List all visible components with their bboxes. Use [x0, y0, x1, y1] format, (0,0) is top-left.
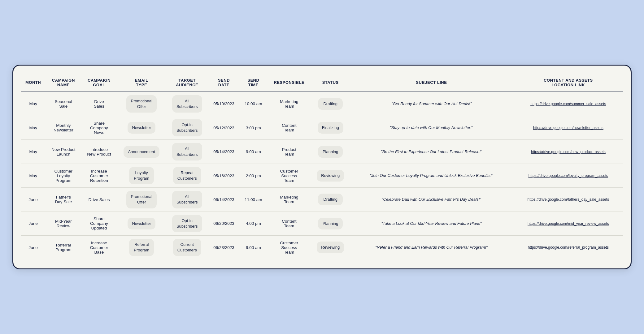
table-row: JuneMid-Year ReviewShare Company Updated…: [21, 212, 623, 236]
content-link-anchor[interactable]: https://drive.google.com/new_product_ass…: [531, 150, 606, 154]
cell-subject-line: "Refer a Friend and Earn Rewards with Ou…: [350, 236, 513, 259]
col-content-link: CONTENT AND ASSETSLOCATION LINK: [513, 75, 623, 92]
cell-send-time: 11:00 am: [240, 188, 267, 212]
table-row: MayNew Product LaunchIntroduce New Produ…: [21, 140, 623, 164]
cell-content-link: https://drive.google.com/loyalty_program…: [513, 164, 623, 188]
cell-email-type: Newsletter: [117, 212, 166, 236]
pill-target-audience: Repeat Customers: [173, 167, 201, 184]
pill-email-type: Newsletter: [128, 122, 155, 134]
cell-target-audience: Current Customers: [166, 236, 208, 259]
cell-month: June: [21, 212, 46, 236]
cell-send-time: 2:00 pm: [240, 164, 267, 188]
cell-campaign-goal: Drive Sales: [81, 92, 117, 116]
cell-content-link: https://drive.google.com/newsletter_asse…: [513, 116, 623, 140]
cell-send-time: 4:00 pm: [240, 212, 267, 236]
cell-responsible: Marketing Team: [267, 188, 311, 212]
content-link-anchor[interactable]: https://drive.google.com/fathers_day_sal…: [528, 197, 609, 202]
cell-send-time: 9:00 am: [240, 140, 267, 164]
cell-campaign-name: Customer Loyalty Program: [46, 164, 81, 188]
content-link-anchor[interactable]: https://drive.google.com/referral_progra…: [528, 245, 609, 250]
cell-month: June: [21, 236, 46, 259]
pill-target-audience: Opt-in Subscribers: [172, 119, 202, 136]
cell-campaign-goal: Increase Customer Base: [81, 236, 117, 259]
cell-send-date: 05/14/2023: [208, 140, 240, 164]
col-send-date: SENDDATE: [208, 75, 240, 92]
pill-target-audience: Current Customers: [173, 239, 201, 256]
cell-email-type: Promotional Offer: [117, 92, 166, 116]
cell-subject-line: "Celebrate Dad with Our Exclusive Father…: [350, 188, 513, 212]
pill-target-audience: All Subscribers: [172, 191, 202, 208]
cell-send-time: 3:00 pm: [240, 116, 267, 140]
cell-email-type: Loyalty Program: [117, 164, 166, 188]
cell-campaign-goal: Share Company Updated: [81, 212, 117, 236]
cell-status: Reviewing: [311, 236, 350, 259]
pill-status: Planning: [318, 218, 343, 229]
cell-content-link: https://drive.google.com/summer_sale_ass…: [513, 92, 623, 116]
pill-target-audience: Opt-in Subscribers: [172, 215, 202, 232]
cell-target-audience: All Subscribers: [166, 92, 208, 116]
pill-email-type: Announcement: [124, 146, 159, 158]
pill-status: Finalizing: [318, 122, 343, 134]
content-link-anchor[interactable]: https://drive.google.com/mid_year_review…: [528, 221, 609, 226]
pill-status: Drafting: [318, 98, 343, 110]
col-send-time: SENDTIME: [240, 75, 267, 92]
col-responsible: RESPONSIBLE: [267, 75, 311, 92]
pill-status: Reviewing: [317, 242, 344, 253]
cell-month: May: [21, 140, 46, 164]
cell-subject-line: "Get Ready for Summer with Our Hot Deals…: [350, 92, 513, 116]
cell-subject-line: "Take a Look at Our Mid-Year Review and …: [350, 212, 513, 236]
pill-target-audience: All Subscribers: [172, 95, 202, 113]
cell-send-time: 10:00 am: [240, 92, 267, 116]
cell-content-link: https://drive.google.com/referral_progra…: [513, 236, 623, 259]
cell-target-audience: All Subscribers: [166, 188, 208, 212]
cell-month: May: [21, 164, 46, 188]
cell-campaign-name: Father's Day Sale: [46, 188, 81, 212]
cell-content-link: https://drive.google.com/mid_year_review…: [513, 212, 623, 236]
cell-send-date: 05/16/2023: [208, 164, 240, 188]
cell-email-type: Newsletter: [117, 116, 166, 140]
cell-campaign-goal: Drive Sales: [81, 188, 117, 212]
cell-status: Planning: [311, 140, 350, 164]
cell-status: Planning: [311, 212, 350, 236]
cell-campaign-name: Seasonal Sale: [46, 92, 81, 116]
cell-target-audience: Opt-in Subscribers: [166, 212, 208, 236]
pill-target-audience: All Subscribers: [172, 143, 202, 160]
cell-target-audience: All Subscribers: [166, 140, 208, 164]
pill-status: Reviewing: [317, 170, 344, 182]
cell-content-link: https://drive.google.com/fathers_day_sal…: [513, 188, 623, 212]
pill-email-type: Referral Program: [129, 239, 154, 256]
cell-campaign-goal: Share Company News: [81, 116, 117, 140]
cell-campaign-name: Referral Program: [46, 236, 81, 259]
header-row: MONTH CAMPAIGNNAME CAMPAIGNGOAL EMAILTYP…: [21, 75, 623, 92]
cell-email-type: Promotional Offer: [117, 188, 166, 212]
cell-subject-line: "Be the First to Experience Our Latest P…: [350, 140, 513, 164]
cell-subject-line: "Stay up-to-date with Our Monthly Newsle…: [350, 116, 513, 140]
cell-target-audience: Opt-in Subscribers: [166, 116, 208, 140]
col-subject-line: SUBJECT LINE: [350, 75, 513, 92]
cell-send-date: 06/14/2023: [208, 188, 240, 212]
col-status: STATUS: [311, 75, 350, 92]
col-target-audience: TARGETAUDIENCE: [166, 75, 208, 92]
cell-campaign-name: New Product Launch: [46, 140, 81, 164]
cell-target-audience: Repeat Customers: [166, 164, 208, 188]
cell-campaign-name: Mid-Year Review: [46, 212, 81, 236]
main-card: MONTH CAMPAIGNNAME CAMPAIGNGOAL EMAILTYP…: [12, 65, 632, 270]
pill-status: Drafting: [318, 194, 343, 205]
pill-email-type: Loyalty Program: [129, 167, 154, 184]
cell-email-type: Referral Program: [117, 236, 166, 259]
cell-responsible: Product Team: [267, 140, 311, 164]
col-campaign-goal: CAMPAIGNGOAL: [81, 75, 117, 92]
cell-content-link: https://drive.google.com/new_product_ass…: [513, 140, 623, 164]
cell-send-date: 06/23/2023: [208, 236, 240, 259]
content-link-anchor[interactable]: https://drive.google.com/loyalty_program…: [529, 173, 608, 178]
col-month: MONTH: [21, 75, 46, 92]
cell-campaign-goal: Introduce New Product: [81, 140, 117, 164]
cell-status: Drafting: [311, 92, 350, 116]
cell-send-date: 05/10/2023: [208, 92, 240, 116]
content-link-anchor[interactable]: https://drive.google.com/summer_sale_ass…: [530, 102, 606, 106]
cell-month: May: [21, 92, 46, 116]
table-row: MayCustomer Loyalty ProgramIncrease Cust…: [21, 164, 623, 188]
col-campaign-name: CAMPAIGNNAME: [46, 75, 81, 92]
cell-send-date: 06/20/2023: [208, 212, 240, 236]
content-link-anchor[interactable]: https://drive.google.com/newsletter_asse…: [533, 126, 603, 130]
